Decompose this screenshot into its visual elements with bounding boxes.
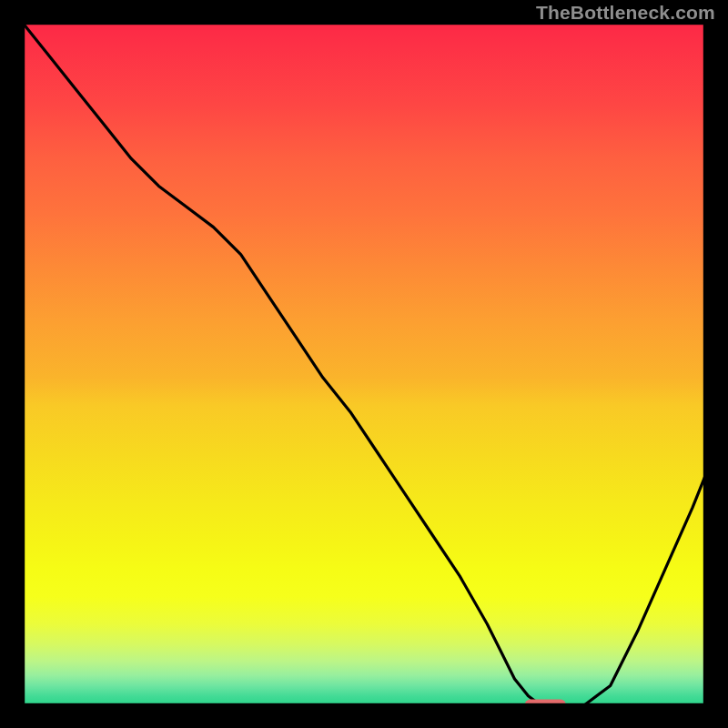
chart-plot-area [22, 22, 706, 706]
chart-curve-layer [22, 22, 706, 706]
watermark-text: TheBottleneck.com [536, 2, 715, 24]
chart-frame [22, 22, 706, 706]
bottleneck-curve [22, 22, 706, 706]
optimal-range-marker [525, 700, 566, 707]
